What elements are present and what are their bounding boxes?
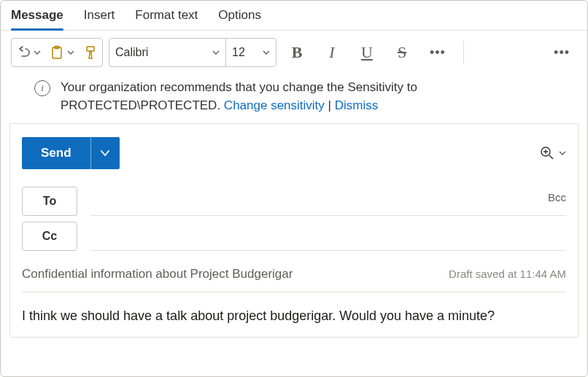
- bold-button[interactable]: B: [282, 39, 312, 66]
- compose-panel: Send To Bcc Cc: [9, 123, 579, 338]
- svg-rect-2: [87, 47, 94, 51]
- subject-row: Confidential information about Project B…: [22, 254, 566, 292]
- strikethrough-button[interactable]: S: [387, 39, 417, 66]
- svg-rect-0: [53, 47, 61, 58]
- sensitivity-infobar: i Your organization recommends that you …: [1, 74, 587, 123]
- undo-button[interactable]: [12, 39, 45, 66]
- more-formatting-button[interactable]: •••: [422, 45, 453, 61]
- format-painter-button[interactable]: [79, 39, 102, 66]
- infobar-text-line1: Your organization recommends that you ch…: [61, 80, 417, 94]
- cc-button[interactable]: Cc: [22, 222, 77, 251]
- quick-actions-group: [11, 38, 103, 67]
- dismiss-link[interactable]: Dismiss: [335, 98, 379, 112]
- toolbar-separator: [463, 41, 464, 64]
- infobar-message: Your organization recommends that you ch…: [61, 79, 417, 114]
- font-size-value: 12: [232, 46, 245, 59]
- to-button[interactable]: To: [22, 187, 77, 216]
- chevron-down-icon: [263, 49, 270, 56]
- infobar-separator: |: [325, 98, 335, 112]
- font-group: Calibri 12: [109, 38, 276, 67]
- chevron-down-icon: [212, 49, 220, 56]
- subject-field[interactable]: Confidential information about Project B…: [22, 267, 293, 281]
- tab-format-text[interactable]: Format text: [135, 8, 198, 30]
- font-size-select[interactable]: 12: [226, 39, 276, 66]
- message-body[interactable]: I think we should have a talk about proj…: [22, 292, 566, 324]
- change-sensitivity-link[interactable]: Change sensitivity: [224, 98, 325, 112]
- zoom-in-icon: [540, 146, 554, 160]
- svg-line-4: [549, 155, 553, 159]
- tab-message[interactable]: Message: [11, 8, 63, 30]
- tab-insert[interactable]: Insert: [84, 8, 115, 30]
- underline-button[interactable]: U: [352, 39, 382, 66]
- undo-icon: [16, 45, 31, 60]
- ribbon-overflow-button[interactable]: •••: [546, 45, 577, 61]
- font-family-value: Calibri: [115, 46, 148, 59]
- to-field[interactable]: Bcc: [90, 187, 566, 216]
- send-split-button[interactable]: Send: [22, 137, 120, 169]
- cc-row: Cc: [22, 219, 566, 254]
- italic-button[interactable]: I: [317, 39, 347, 66]
- compose-window: Message Insert Format text Options: [0, 0, 588, 377]
- send-button[interactable]: Send: [22, 137, 90, 169]
- chevron-down-icon: [67, 49, 74, 56]
- clipboard-icon: [50, 45, 64, 60]
- chevron-down-icon: [559, 149, 566, 157]
- send-options-button[interactable]: [90, 137, 120, 169]
- cc-field[interactable]: [90, 222, 566, 251]
- infobar-text-line2: PROTECTED\PROTECTED.: [61, 98, 224, 112]
- ribbon-tabbar: Message Insert Format text Options: [1, 1, 587, 31]
- zoom-control[interactable]: [540, 146, 566, 160]
- to-row: To Bcc: [22, 184, 566, 219]
- paste-button[interactable]: [45, 39, 79, 66]
- info-icon: i: [34, 80, 50, 96]
- chevron-down-icon: [100, 148, 110, 158]
- send-row: Send: [22, 124, 566, 184]
- draft-status: Draft saved at 11:44 AM: [449, 268, 566, 280]
- paintbrush-icon: [83, 45, 98, 60]
- tab-options[interactable]: Options: [218, 8, 261, 30]
- font-family-select[interactable]: Calibri: [109, 39, 226, 66]
- chevron-down-icon: [34, 49, 41, 56]
- formatting-toolbar: Calibri 12 B I U S ••• •••: [1, 31, 587, 74]
- bcc-toggle[interactable]: Bcc: [548, 191, 566, 203]
